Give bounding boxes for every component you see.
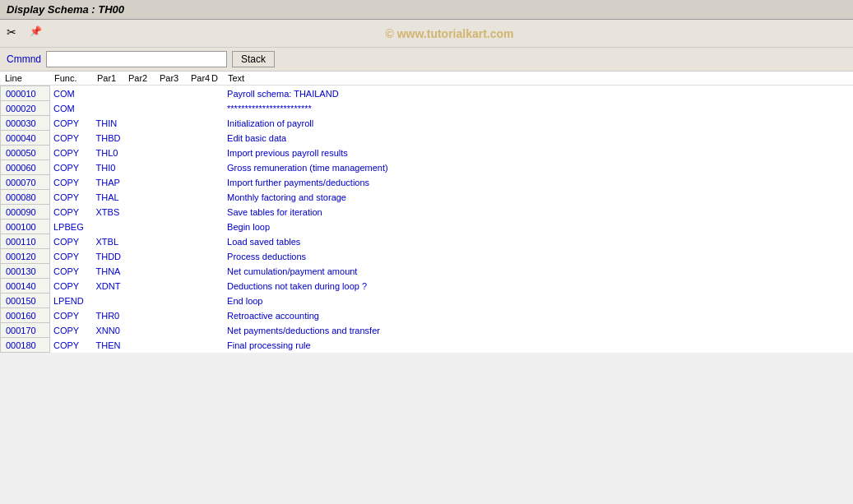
header-text: Text [228,73,848,83]
table-row[interactable]: 000120COPYTHDDProcess deductions [1,249,853,264]
page-title: Display Schema : TH00 [7,3,124,16]
table-row[interactable]: 000050COPYTHL0Import previous payroll re… [1,146,853,160]
table-row[interactable]: 000080COPYTHALMonthly factoring and stor… [1,190,853,205]
pin-icon[interactable] [30,25,46,42]
header-func: Func. [54,73,97,83]
stack-button[interactable]: Stack [232,51,275,67]
command-label: Cmmnd [7,53,41,65]
title-bar: Display Schema : TH00 [0,0,853,20]
table-row[interactable]: 000040COPYTHBDEdit basic data [1,131,853,146]
command-bar: Cmmnd Stack [0,48,853,72]
scissors-icon[interactable] [7,25,23,42]
table-row[interactable]: 000060COPYTHI0Gross remuneration (time m… [1,160,853,175]
header-line: Line [5,73,54,83]
header-par3: Par3 [160,73,191,83]
header-par4: Par4 [191,73,211,83]
table-row[interactable]: 000070COPYTHAPImport further payments/de… [1,175,853,190]
watermark: © www.tutorialkart.com [53,27,846,40]
table-row[interactable]: 000020COM************************ [1,101,853,116]
header-par1: Par1 [97,73,128,83]
header-par2: Par2 [128,73,160,83]
table-row[interactable]: 000030COPYTHINInitialization of payroll [1,116,853,131]
table-row[interactable]: 000130COPYTHNANet cumulation/payment amo… [1,264,853,279]
table-row[interactable]: 000160COPYTHR0Retroactive accounting [1,308,853,323]
header-d: D [211,73,228,83]
table-row[interactable]: 000180COPYTHENFinal processing rule [1,338,853,353]
table-row[interactable]: 000010COMPayroll schema: THAILAND [1,86,853,101]
column-headers: Line Func. Par1 Par2 Par3 Par4 D Text [0,72,853,86]
data-table: 000010COMPayroll schema: THAILAND000020C… [0,86,853,353]
command-input[interactable] [46,51,227,67]
table-row[interactable]: 000090COPYXTBSSave tables for iteration [1,205,853,220]
table-row[interactable]: 000170COPYXNN0Net payments/deductions an… [1,323,853,338]
table-row[interactable]: 000100LPBEGBegin loop [1,220,853,234]
table-row[interactable]: 000150LPENDEnd loop [1,294,853,308]
table-row[interactable]: 000110COPYXTBLLoad saved tables [1,234,853,249]
main-content: Line Func. Par1 Par2 Par3 Par4 D Text 00… [0,72,853,353]
table-row[interactable]: 000140COPYXDNTDeductions not taken durin… [1,279,853,294]
toolbar: © www.tutorialkart.com [0,20,853,48]
